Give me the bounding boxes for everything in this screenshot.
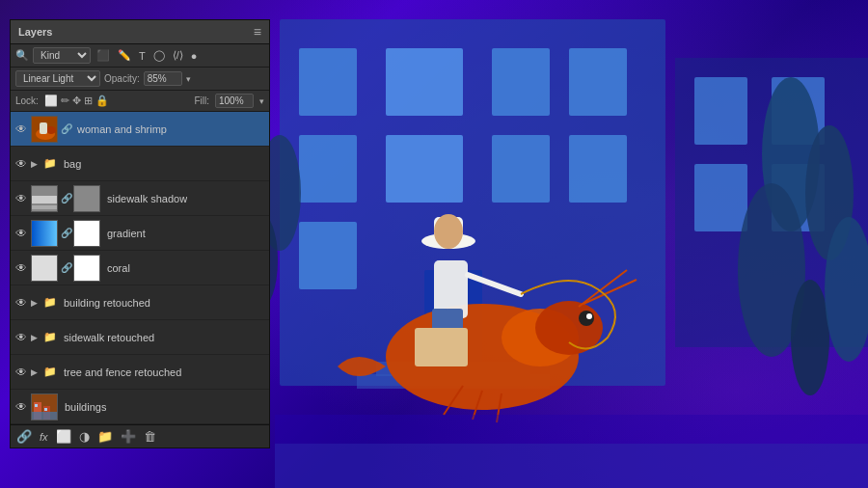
svg-rect-7 [492, 135, 550, 203]
fill-arrow: ▾ [259, 96, 264, 106]
layer-item-gradient[interactable]: 👁 🔗 gradient [11, 216, 269, 251]
lock-checkerboard-icon[interactable]: ⬜ [44, 95, 58, 107]
layer-name-building-retouched: building retouched [64, 297, 150, 309]
panel-bottom-toolbar: 🔗 fx ⬜ ◑ 📁 ➕ 🗑 [11, 424, 269, 447]
eye-icon-woman-shrimp[interactable]: 👁 [14, 122, 28, 136]
layer-name-tree-fence-retouched: tree and fence retouched [64, 366, 181, 378]
arrow-building-retouched: ▶ [31, 298, 41, 308]
layer-item-bag[interactable]: 👁 ▶ 📁 bag [11, 147, 269, 181]
svg-rect-57 [35, 404, 38, 407]
fill-input[interactable] [215, 94, 254, 108]
eye-icon-gradient[interactable]: 👁 [14, 227, 28, 240]
thumbnail-buildings [31, 393, 58, 420]
folder-bottom-icon[interactable]: 📁 [97, 429, 113, 444]
lock-lock-icon[interactable]: 🔒 [95, 95, 109, 107]
svg-rect-6 [492, 48, 550, 116]
lock-artboard-icon[interactable]: ⊞ [84, 95, 93, 107]
text-icon[interactable]: T [137, 49, 148, 63]
layer-item-buildings[interactable]: 👁 buildings [11, 390, 269, 424]
thumbnail-gradient [31, 220, 58, 247]
panel-title: Layers [18, 26, 52, 38]
layer-name-bag: bag [64, 158, 81, 170]
svg-point-40 [434, 214, 463, 249]
layer-item-building-retouched[interactable]: 👁 ▶ 📁 building retouched [11, 285, 269, 320]
svg-rect-52 [32, 221, 58, 247]
folder-icon-tree-fence-retouched: 📁 [43, 366, 57, 379]
svg-rect-48 [40, 122, 47, 134]
svg-point-47 [46, 126, 56, 134]
new-layer-bottom-icon[interactable]: ➕ [121, 429, 136, 444]
panel-titlebar: Layers ≡ [11, 20, 269, 44]
eye-icon-buildings[interactable]: 👁 [14, 400, 28, 414]
lock-label: Lock: [15, 95, 39, 106]
fx-label[interactable]: fx [40, 431, 48, 443]
eye-icon-coral[interactable]: 👁 [14, 261, 28, 275]
thumbnail-sidewalk-shadow [31, 185, 58, 212]
layer-item-sidewalk-retouched[interactable]: 👁 ▶ 📁 sidewalk retouched [11, 320, 269, 355]
svg-rect-14 [694, 77, 747, 145]
lock-brush-icon[interactable]: ✏ [61, 95, 69, 107]
adjustment-bottom-icon[interactable]: ◑ [79, 429, 90, 444]
layer-name-sidewalk-retouched: sidewalk retouched [64, 332, 154, 343]
svg-rect-5 [386, 135, 463, 203]
folder-icon-bag: 📁 [43, 157, 57, 171]
layer-item-tree-fence-retouched[interactable]: 👁 ▶ 📁 tree and fence retouched [11, 355, 269, 390]
svg-rect-58 [44, 408, 47, 411]
mask-gradient [73, 220, 100, 247]
mask-coral [73, 255, 100, 282]
filter-toolbar: 🔍 Kind ⬛ ✏️ T ◯ ⟨/⟩ ● [11, 44, 269, 68]
blend-mode-dropdown[interactable]: Linear Light [15, 70, 100, 87]
svg-rect-8 [569, 48, 627, 116]
link-icon-woman-shrimp: 🔗 [61, 123, 70, 134]
eye-icon-sidewalk-retouched[interactable]: 👁 [14, 331, 28, 344]
pixel-icon[interactable]: ⬛ [95, 48, 112, 63]
svg-rect-51 [32, 205, 58, 209]
svg-rect-9 [569, 135, 627, 203]
opacity-input[interactable] [144, 71, 182, 86]
mask-sidewalk-shadow [73, 185, 100, 212]
panel-menu-icon[interactable]: ≡ [254, 24, 261, 40]
layer-name-woman-shrimp: woman and shrimp [77, 123, 167, 135]
layer-item-coral[interactable]: 👁 🔗 coral [11, 251, 269, 285]
opacity-arrow: ▾ [186, 74, 191, 84]
eye-icon-sidewalk-shadow[interactable]: 👁 [14, 192, 28, 205]
brush-icon[interactable]: ✏️ [116, 48, 133, 63]
thumbnail-coral [31, 255, 58, 282]
filter-dropdown[interactable]: Kind [33, 47, 91, 64]
svg-rect-4 [386, 48, 463, 116]
arrow-bag: ▶ [31, 159, 41, 169]
layer-name-sidewalk-shadow: sidewalk shadow [107, 193, 187, 204]
link-icon-gradient: 🔗 [61, 228, 70, 238]
link-bottom-icon[interactable]: 🔗 [16, 429, 32, 444]
svg-rect-44 [275, 415, 868, 488]
svg-rect-2 [299, 135, 357, 203]
svg-point-28 [579, 311, 594, 326]
layer-item-woman-shrimp[interactable]: 👁 🔗 woman and shrimp [11, 112, 269, 147]
folder-icon-building-retouched: 📁 [43, 296, 57, 310]
arrow-tree-fence-retouched: ▶ [31, 367, 41, 377]
eye-icon-bag[interactable]: 👁 [14, 157, 28, 171]
lock-move-icon[interactable]: ✥ [72, 95, 81, 107]
eye-icon-building-retouched[interactable]: 👁 [14, 296, 28, 310]
folder-icon-sidewalk-retouched: 📁 [43, 331, 57, 344]
layer-name-coral: coral [107, 262, 130, 274]
blend-mode-row: Linear Light Opacity: ▾ [11, 68, 269, 91]
arrow-sidewalk-retouched: ▶ [31, 333, 41, 342]
svg-rect-16 [694, 164, 747, 231]
link-icon-sidewalk-shadow: 🔗 [61, 193, 70, 203]
mask-bottom-icon[interactable]: ⬜ [56, 429, 71, 444]
layer-item-sidewalk-shadow[interactable]: 👁 🔗 sidewalk shadow [11, 181, 269, 216]
thumbnail-woman-shrimp [31, 116, 58, 143]
svg-point-29 [586, 313, 592, 319]
smart-icon[interactable]: ● [189, 49, 200, 63]
layer-name-buildings: buildings [65, 401, 106, 413]
layers-list: 👁 🔗 woman and shrimp 👁 ▶ 📁 bag 👁 [11, 112, 269, 424]
trash-bottom-icon[interactable]: 🗑 [144, 429, 156, 444]
shape-icon[interactable]: ◯ [151, 48, 167, 63]
eye-icon-tree-fence-retouched[interactable]: 👁 [14, 366, 28, 379]
search-icon: 🔍 [15, 49, 29, 62]
svg-rect-50 [32, 196, 58, 203]
layers-panel: Layers ≡ 🔍 Kind ⬛ ✏️ T ◯ ⟨/⟩ ● Linear Li… [10, 19, 270, 448]
adjustment-icon-toolbar[interactable]: ⟨/⟩ [171, 48, 185, 63]
lock-icons: ⬜ ✏ ✥ ⊞ 🔒 [44, 95, 109, 107]
